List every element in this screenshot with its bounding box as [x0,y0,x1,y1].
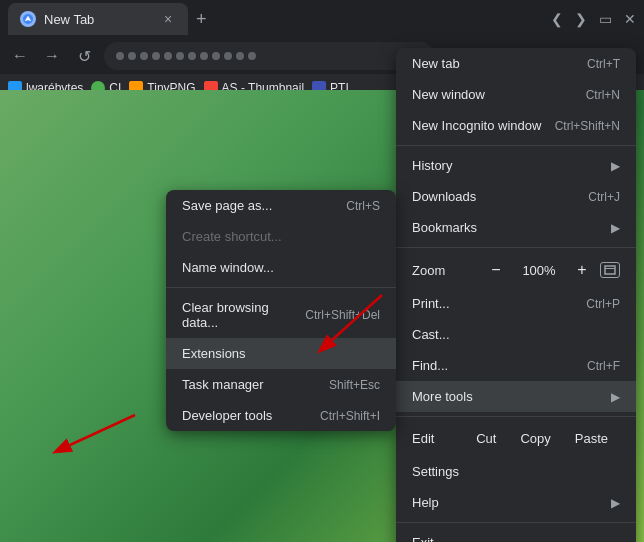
menu-item-cast[interactable]: Cast... [396,319,636,350]
menu-item-downloads[interactable]: Downloads Ctrl+J [396,181,636,212]
paste-button[interactable]: Paste [563,427,620,450]
menu-divider-2 [396,247,636,248]
forward-button[interactable]: → [40,44,64,68]
edit-row: Edit Cut Copy Paste [396,421,636,456]
zoom-increase-button[interactable]: + [568,256,596,284]
menu-shortcut-print: Ctrl+P [586,297,620,311]
tab-title: New Tab [44,12,152,27]
submenu-item-task-manager[interactable]: Task manager Shift+Esc [166,369,396,400]
menu-shortcut-new-window: Ctrl+N [586,88,620,102]
address-dots [116,52,422,60]
menu-item-help[interactable]: Help ▶ [396,487,636,518]
active-tab[interactable]: New Tab × [8,3,188,35]
menu-arrow-bookmarks: ▶ [611,221,620,235]
menu-divider-1 [396,145,636,146]
submenu-shortcut-dev-tools: Ctrl+Shift+I [320,409,380,423]
submenu-label-clear-browsing: Clear browsing data... [182,300,305,330]
zoom-decrease-button[interactable]: − [482,256,510,284]
menu-shortcut-find: Ctrl+F [587,359,620,373]
menu-label-settings: Settings [412,464,620,479]
menu-item-new-window[interactable]: New window Ctrl+N [396,79,636,110]
menu-divider-3 [396,416,636,417]
menu-label-history: History [412,158,603,173]
menu-label-new-tab: New tab [412,56,587,71]
tab-controls: ❮ ❯ ▭ ✕ [551,11,636,27]
zoom-value: 100% [518,263,560,278]
menu-arrow-history: ▶ [611,159,620,173]
back-button[interactable]: ← [8,44,32,68]
svg-rect-1 [605,266,615,274]
menu-label-exit: Exit [412,535,620,542]
submenu-label-save-page: Save page as... [182,198,346,213]
menu-shortcut-downloads: Ctrl+J [588,190,620,204]
zoom-row: Zoom − 100% + [396,252,636,288]
chrome-menu: New tab Ctrl+T New window Ctrl+N New Inc… [396,48,636,542]
menu-label-find: Find... [412,358,587,373]
submenu-item-name-window[interactable]: Name window... [166,252,396,283]
menu-item-history[interactable]: History ▶ [396,150,636,181]
menu-label-help: Help [412,495,603,510]
submenu-label-name-window: Name window... [182,260,380,275]
submenu-item-save-page[interactable]: Save page as... Ctrl+S [166,190,396,221]
submenu-label-dev-tools: Developer tools [182,408,320,423]
menu-item-find[interactable]: Find... Ctrl+F [396,350,636,381]
tab-bar: New Tab × + ❮ ❯ ▭ ✕ [0,0,644,38]
menu-divider-4 [396,522,636,523]
menu-label-downloads: Downloads [412,189,588,204]
cut-button[interactable]: Cut [464,427,508,450]
menu-label-more-tools: More tools [412,389,603,404]
menu-item-bookmarks[interactable]: Bookmarks ▶ [396,212,636,243]
edit-label: Edit [412,431,464,446]
tab-control-close[interactable]: ✕ [624,11,636,27]
more-tools-submenu: Save page as... Ctrl+S Create shortcut..… [166,190,396,431]
menu-shortcut-incognito: Ctrl+Shift+N [555,119,620,133]
tab-control-forward[interactable]: ❯ [575,11,587,27]
menu-label-print: Print... [412,296,586,311]
menu-item-more-tools[interactable]: More tools ▶ [396,381,636,412]
fullscreen-button[interactable] [600,262,620,278]
menu-label-new-window: New window [412,87,586,102]
edit-actions: Cut Copy Paste [464,427,620,450]
submenu-shortcut-task-manager: Shift+Esc [329,378,380,392]
menu-label-incognito: New Incognito window [412,118,555,133]
submenu-item-clear-browsing[interactable]: Clear browsing data... Ctrl+Shift+Del [166,292,396,338]
refresh-button[interactable]: ↺ [72,44,96,68]
address-input[interactable] [104,42,434,70]
submenu-label-task-manager: Task manager [182,377,329,392]
menu-item-exit[interactable]: Exit [396,527,636,542]
menu-item-print[interactable]: Print... Ctrl+P [396,288,636,319]
submenu-item-dev-tools[interactable]: Developer tools Ctrl+Shift+I [166,400,396,431]
menu-label-cast: Cast... [412,327,620,342]
submenu-item-extensions[interactable]: Extensions [166,338,396,369]
menu-arrow-more-tools: ▶ [611,390,620,404]
submenu-shortcut-clear-browsing: Ctrl+Shift+Del [305,308,380,322]
menu-label-bookmarks: Bookmarks [412,220,603,235]
nav-buttons: ← → ↺ [8,44,96,68]
tab-control-restore[interactable]: ▭ [599,11,612,27]
submenu-label-create-shortcut: Create shortcut... [182,229,380,244]
menu-item-incognito[interactable]: New Incognito window Ctrl+Shift+N [396,110,636,141]
menu-item-new-tab[interactable]: New tab Ctrl+T [396,48,636,79]
copy-button[interactable]: Copy [508,427,562,450]
menu-item-settings[interactable]: Settings [396,456,636,487]
new-tab-button[interactable]: + [196,9,207,30]
zoom-label: Zoom [412,263,482,278]
submenu-divider-1 [166,287,396,288]
menu-shortcut-new-tab: Ctrl+T [587,57,620,71]
submenu-shortcut-save-page: Ctrl+S [346,199,380,213]
tab-favicon [20,11,36,27]
menu-arrow-help: ▶ [611,496,620,510]
submenu-label-extensions: Extensions [182,346,380,361]
tab-close-button[interactable]: × [160,11,176,27]
tab-control-back[interactable]: ❮ [551,11,563,27]
submenu-item-create-shortcut[interactable]: Create shortcut... [166,221,396,252]
